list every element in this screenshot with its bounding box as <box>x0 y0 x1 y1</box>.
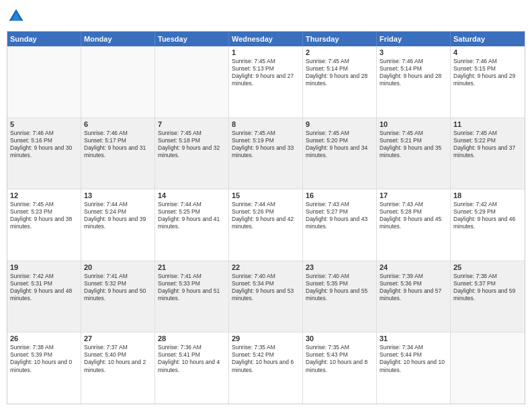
calendar-cell-2-2: 14Sunrise: 7:44 AM Sunset: 5:25 PM Dayli… <box>155 189 229 261</box>
calendar-cell-0-6: 4Sunrise: 7:46 AM Sunset: 5:15 PM Daylig… <box>451 46 525 118</box>
calendar-cell-1-4: 9Sunrise: 7:45 AM Sunset: 5:20 PM Daylig… <box>303 118 377 189</box>
day-number: 13 <box>84 191 152 199</box>
calendar-cell-1-5: 10Sunrise: 7:45 AM Sunset: 5:21 PM Dayli… <box>377 118 451 189</box>
header-cell-wednesday: Wednesday <box>229 32 303 46</box>
calendar-cell-0-3: 1Sunrise: 7:45 AM Sunset: 5:13 PM Daylig… <box>229 46 303 118</box>
cell-info: Sunrise: 7:38 AM Sunset: 5:39 PM Dayligh… <box>10 344 78 373</box>
day-number: 7 <box>158 120 226 128</box>
cell-info: Sunrise: 7:45 AM Sunset: 5:23 PM Dayligh… <box>10 201 78 230</box>
calendar-cell-4-3: 29Sunrise: 7:35 AM Sunset: 5:42 PM Dayli… <box>229 332 303 404</box>
calendar-header: SundayMondayTuesdayWednesdayThursdayFrid… <box>7 32 525 46</box>
day-number: 29 <box>232 334 300 342</box>
header-cell-sunday: Sunday <box>7 32 81 46</box>
calendar-row-3: 19Sunrise: 7:42 AM Sunset: 5:31 PM Dayli… <box>7 261 525 332</box>
calendar-cell-4-4: 30Sunrise: 7:35 AM Sunset: 5:43 PM Dayli… <box>303 332 377 404</box>
logo <box>7 7 27 26</box>
day-number: 5 <box>10 120 78 128</box>
cell-info: Sunrise: 7:41 AM Sunset: 5:33 PM Dayligh… <box>158 273 226 302</box>
day-number: 19 <box>10 263 78 271</box>
calendar-cell-2-1: 13Sunrise: 7:44 AM Sunset: 5:24 PM Dayli… <box>81 189 155 261</box>
calendar-row-1: 5Sunrise: 7:46 AM Sunset: 5:16 PM Daylig… <box>7 118 525 189</box>
cell-info: Sunrise: 7:42 AM Sunset: 5:29 PM Dayligh… <box>453 201 522 230</box>
cell-info: Sunrise: 7:44 AM Sunset: 5:26 PM Dayligh… <box>232 201 300 230</box>
header-cell-thursday: Thursday <box>303 32 377 46</box>
cell-info: Sunrise: 7:46 AM Sunset: 5:17 PM Dayligh… <box>84 130 152 159</box>
calendar-cell-1-3: 8Sunrise: 7:45 AM Sunset: 5:19 PM Daylig… <box>229 118 303 189</box>
calendar-cell-1-0: 5Sunrise: 7:46 AM Sunset: 5:16 PM Daylig… <box>7 118 81 189</box>
calendar-cell-0-2 <box>155 46 229 118</box>
cell-info: Sunrise: 7:46 AM Sunset: 5:16 PM Dayligh… <box>10 130 78 159</box>
day-number: 23 <box>306 263 373 271</box>
header <box>7 7 525 26</box>
cell-info: Sunrise: 7:44 AM Sunset: 5:24 PM Dayligh… <box>84 201 152 230</box>
cell-info: Sunrise: 7:44 AM Sunset: 5:25 PM Dayligh… <box>158 201 226 230</box>
cell-info: Sunrise: 7:45 AM Sunset: 5:13 PM Dayligh… <box>232 58 300 87</box>
cell-info: Sunrise: 7:35 AM Sunset: 5:43 PM Dayligh… <box>306 344 373 373</box>
header-cell-tuesday: Tuesday <box>155 32 229 46</box>
day-number: 24 <box>380 263 447 271</box>
day-number: 10 <box>380 120 447 128</box>
calendar-cell-3-1: 20Sunrise: 7:41 AM Sunset: 5:32 PM Dayli… <box>81 261 155 332</box>
header-cell-friday: Friday <box>377 32 451 46</box>
calendar-row-2: 12Sunrise: 7:45 AM Sunset: 5:23 PM Dayli… <box>7 189 525 261</box>
calendar-cell-0-1 <box>81 46 155 118</box>
cell-info: Sunrise: 7:41 AM Sunset: 5:32 PM Dayligh… <box>84 273 152 302</box>
day-number: 4 <box>453 48 522 56</box>
calendar-cell-2-3: 15Sunrise: 7:44 AM Sunset: 5:26 PM Dayli… <box>229 189 303 261</box>
calendar-cell-0-4: 2Sunrise: 7:45 AM Sunset: 5:14 PM Daylig… <box>303 46 377 118</box>
day-number: 20 <box>84 263 152 271</box>
calendar-cell-2-5: 17Sunrise: 7:43 AM Sunset: 5:28 PM Dayli… <box>377 189 451 261</box>
day-number: 26 <box>10 334 78 342</box>
calendar-cell-3-3: 22Sunrise: 7:40 AM Sunset: 5:34 PM Dayli… <box>229 261 303 332</box>
calendar-cell-0-5: 3Sunrise: 7:46 AM Sunset: 5:14 PM Daylig… <box>377 46 451 118</box>
cell-info: Sunrise: 7:45 AM Sunset: 5:14 PM Dayligh… <box>306 58 373 87</box>
calendar-cell-3-5: 24Sunrise: 7:39 AM Sunset: 5:36 PM Dayli… <box>377 261 451 332</box>
logo-icon <box>7 7 26 26</box>
day-number: 16 <box>306 191 373 199</box>
day-number: 3 <box>380 48 447 56</box>
cell-info: Sunrise: 7:37 AM Sunset: 5:40 PM Dayligh… <box>84 344 152 373</box>
day-number: 15 <box>232 191 300 199</box>
calendar-cell-4-6 <box>451 332 525 404</box>
calendar-cell-0-0 <box>7 46 81 118</box>
day-number: 14 <box>158 191 226 199</box>
cell-info: Sunrise: 7:36 AM Sunset: 5:41 PM Dayligh… <box>158 344 226 373</box>
cell-info: Sunrise: 7:39 AM Sunset: 5:36 PM Dayligh… <box>380 273 447 302</box>
day-number: 21 <box>158 263 226 271</box>
day-number: 6 <box>84 120 152 128</box>
cell-info: Sunrise: 7:40 AM Sunset: 5:35 PM Dayligh… <box>306 273 373 302</box>
cell-info: Sunrise: 7:46 AM Sunset: 5:15 PM Dayligh… <box>453 58 522 87</box>
day-number: 22 <box>232 263 300 271</box>
cell-info: Sunrise: 7:40 AM Sunset: 5:34 PM Dayligh… <box>232 273 300 302</box>
cell-info: Sunrise: 7:34 AM Sunset: 5:44 PM Dayligh… <box>380 344 447 373</box>
day-number: 27 <box>84 334 152 342</box>
calendar-cell-3-2: 21Sunrise: 7:41 AM Sunset: 5:33 PM Dayli… <box>155 261 229 332</box>
calendar-cell-2-0: 12Sunrise: 7:45 AM Sunset: 5:23 PM Dayli… <box>7 189 81 261</box>
cell-info: Sunrise: 7:46 AM Sunset: 5:14 PM Dayligh… <box>380 58 447 87</box>
day-number: 8 <box>232 120 300 128</box>
calendar-cell-1-1: 6Sunrise: 7:46 AM Sunset: 5:17 PM Daylig… <box>81 118 155 189</box>
cell-info: Sunrise: 7:45 AM Sunset: 5:19 PM Dayligh… <box>232 130 300 159</box>
cell-info: Sunrise: 7:38 AM Sunset: 5:37 PM Dayligh… <box>453 273 522 302</box>
day-number: 18 <box>453 191 522 199</box>
calendar-cell-4-2: 28Sunrise: 7:36 AM Sunset: 5:41 PM Dayli… <box>155 332 229 404</box>
calendar-cell-4-0: 26Sunrise: 7:38 AM Sunset: 5:39 PM Dayli… <box>7 332 81 404</box>
day-number: 31 <box>380 334 447 342</box>
day-number: 11 <box>453 120 522 128</box>
calendar-cell-1-6: 11Sunrise: 7:45 AM Sunset: 5:22 PM Dayli… <box>451 118 525 189</box>
day-number: 25 <box>453 263 522 271</box>
calendar-cell-1-2: 7Sunrise: 7:45 AM Sunset: 5:18 PM Daylig… <box>155 118 229 189</box>
day-number: 1 <box>232 48 300 56</box>
calendar-body: 1Sunrise: 7:45 AM Sunset: 5:13 PM Daylig… <box>7 46 525 404</box>
cell-info: Sunrise: 7:45 AM Sunset: 5:18 PM Dayligh… <box>158 130 226 159</box>
day-number: 2 <box>306 48 373 56</box>
calendar-row-0: 1Sunrise: 7:45 AM Sunset: 5:13 PM Daylig… <box>7 46 525 118</box>
header-cell-saturday: Saturday <box>451 32 525 46</box>
calendar-row-4: 26Sunrise: 7:38 AM Sunset: 5:39 PM Dayli… <box>7 332 525 404</box>
cell-info: Sunrise: 7:43 AM Sunset: 5:28 PM Dayligh… <box>380 201 447 230</box>
day-number: 17 <box>380 191 447 199</box>
cell-info: Sunrise: 7:43 AM Sunset: 5:27 PM Dayligh… <box>306 201 373 230</box>
page: SundayMondayTuesdayWednesdayThursdayFrid… <box>0 0 532 411</box>
day-number: 30 <box>306 334 373 342</box>
calendar: SundayMondayTuesdayWednesdayThursdayFrid… <box>7 31 525 404</box>
